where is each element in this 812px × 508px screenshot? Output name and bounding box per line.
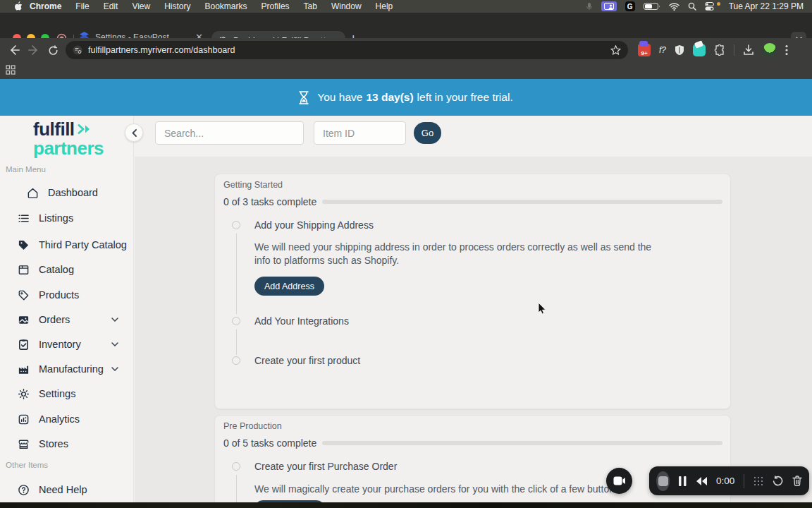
drag-handle-icon[interactable] xyxy=(753,476,763,486)
menu-profiles[interactable]: Profiles xyxy=(254,1,297,11)
profile-avatar[interactable] xyxy=(763,43,777,57)
question-circle-icon xyxy=(18,484,30,496)
go-button[interactable]: Go xyxy=(414,122,441,144)
progress-label: 0 of 5 tasks complete xyxy=(223,437,316,449)
bookmarks-bar xyxy=(0,62,812,79)
sidebar-item-catalog[interactable]: Catalog xyxy=(0,260,134,279)
menu-window[interactable]: Window xyxy=(324,1,369,11)
recorder-controls: 0:00 xyxy=(649,466,809,495)
menu-tab[interactable]: Tab xyxy=(297,1,324,11)
storefront-icon xyxy=(18,438,30,450)
restart-recording-icon[interactable] xyxy=(696,477,707,485)
getting-started-card: Getting Started 0 of 3 tasks complete Ad… xyxy=(214,174,731,409)
task-description: We will magically create your purchase o… xyxy=(254,483,663,496)
dim-status-icon xyxy=(586,2,593,11)
box-icon xyxy=(18,264,30,276)
menu-chrome[interactable]: Chrome xyxy=(23,1,68,11)
reload-button[interactable] xyxy=(48,45,59,56)
task-checkbox[interactable] xyxy=(232,221,240,229)
menu-view[interactable]: View xyxy=(125,1,157,11)
apple-icon[interactable] xyxy=(14,1,23,11)
list-icon xyxy=(18,212,30,224)
hourglass-icon xyxy=(299,91,309,104)
sidebar-section-other: Other Items xyxy=(6,461,48,469)
sidebar-item-listings[interactable]: Listings xyxy=(0,209,134,227)
apps-grid-icon[interactable] xyxy=(6,65,16,75)
spotlight-search-icon[interactable] xyxy=(688,2,696,11)
sidebar-item-inventory[interactable]: Inventory xyxy=(0,335,134,353)
sidebar-item-manufacturing[interactable]: Manufacturing xyxy=(0,360,134,378)
recording-timer: 0:00 xyxy=(716,476,734,486)
downloads-icon[interactable] xyxy=(743,44,754,56)
site-info-icon[interactable] xyxy=(73,45,82,55)
sidebar-item-need-help[interactable]: Need Help xyxy=(0,480,134,499)
home-icon xyxy=(27,187,39,199)
menu-bookmarks[interactable]: Bookmarks xyxy=(198,1,254,11)
stop-recording-button[interactable] xyxy=(656,471,670,491)
extension-badge-icon[interactable]: 9+ xyxy=(638,44,651,56)
sidebar-collapse-button[interactable] xyxy=(125,123,143,142)
sidebar-item-dashboard[interactable]: Dashboard xyxy=(0,183,134,202)
task-checkbox[interactable] xyxy=(232,356,240,365)
trial-banner: You have 13 day(s) left in your free tri… xyxy=(0,79,812,116)
notification-dot xyxy=(717,2,720,6)
menu-file[interactable]: File xyxy=(68,1,96,11)
add-address-button[interactable]: Add Address xyxy=(254,277,324,296)
address-bar[interactable]: fulfillpartners.myriverr.com/dashboard xyxy=(66,41,628,59)
chrome-toolbar: fulfillpartners.myriverr.com/dashboard 9… xyxy=(0,38,812,62)
fulfill-partners-logo: fulfill partners xyxy=(33,120,104,157)
back-button[interactable] xyxy=(8,44,20,56)
menubar-clock[interactable]: Tue Apr 22 1:29 PM xyxy=(729,1,804,11)
chrome-tab-strip: Settings - EasyPost ✕ Dashboard | Fulfil… xyxy=(0,13,812,38)
dashboard-main: Getting Started 0 of 3 tasks complete Ad… xyxy=(135,157,812,502)
wifi-icon[interactable] xyxy=(669,3,679,11)
screen-sharing-icon[interactable] xyxy=(601,1,617,11)
factory-icon xyxy=(18,363,30,375)
chevron-down-icon xyxy=(111,342,118,346)
trash-icon[interactable] xyxy=(792,476,802,486)
sidebar-section-main: Main Menu xyxy=(6,165,46,174)
forward-button[interactable] xyxy=(28,44,39,56)
progress-label: 0 of 3 tasks complete xyxy=(223,196,316,207)
g-hub-icon[interactable]: G xyxy=(625,1,635,11)
sidebar-item-analytics[interactable]: Analytics xyxy=(0,410,134,428)
menu-history[interactable]: History xyxy=(157,1,197,11)
sidebar-item-products[interactable]: Products xyxy=(0,286,134,304)
sidebar-item-orders[interactable]: Orders xyxy=(0,310,134,329)
menu-help[interactable]: Help xyxy=(369,1,400,11)
sidebar-item-stores[interactable]: Stores xyxy=(0,435,134,453)
extension-f-icon[interactable]: f? xyxy=(659,45,666,55)
battery-icon[interactable] xyxy=(644,2,660,11)
task-checkbox[interactable] xyxy=(232,462,240,471)
banner-text: left in your free trial. xyxy=(417,91,513,104)
sidebar-item-third-party-catalog[interactable]: Third Party Catalog xyxy=(0,236,134,254)
control-center-icon[interactable] xyxy=(705,2,714,11)
task-label[interactable]: Create your first Purchase Order xyxy=(254,461,397,472)
search-input[interactable] xyxy=(155,121,304,145)
url-text[interactable]: fulfillpartners.myriverr.com/dashboard xyxy=(88,45,610,55)
task-label[interactable]: Add your Shipping Address xyxy=(254,219,374,231)
redo-recording-icon[interactable] xyxy=(773,476,783,486)
task-label[interactable]: Create your first product xyxy=(254,355,360,366)
extensions-puzzle-icon[interactable] xyxy=(714,44,725,56)
chevron-down-icon xyxy=(111,367,118,371)
macos-menubar: Chrome File Edit View History Bookmarks … xyxy=(0,0,812,13)
task-connector xyxy=(236,475,237,502)
item-id-input[interactable] xyxy=(314,121,406,145)
task-checkbox[interactable] xyxy=(232,317,240,325)
sidebar-item-settings[interactable]: Settings xyxy=(0,385,134,403)
extension-shield-icon[interactable] xyxy=(675,44,684,56)
image-icon xyxy=(18,314,30,326)
menu-edit[interactable]: Edit xyxy=(97,1,125,11)
task-description: We will need your shipping address in or… xyxy=(254,241,663,267)
gear-icon xyxy=(18,388,30,400)
recorder-camera-button[interactable] xyxy=(606,468,632,494)
toolbar-separator xyxy=(734,44,734,56)
extension-teal-icon[interactable] xyxy=(693,44,706,56)
card-title: Pre Production xyxy=(223,421,282,431)
task-label[interactable]: Add Your Integrations xyxy=(254,315,349,327)
chrome-menu-icon[interactable] xyxy=(785,44,788,56)
bookmark-star-icon[interactable] xyxy=(610,45,621,56)
task-connector xyxy=(236,329,237,355)
pause-recording-icon[interactable] xyxy=(679,476,687,486)
